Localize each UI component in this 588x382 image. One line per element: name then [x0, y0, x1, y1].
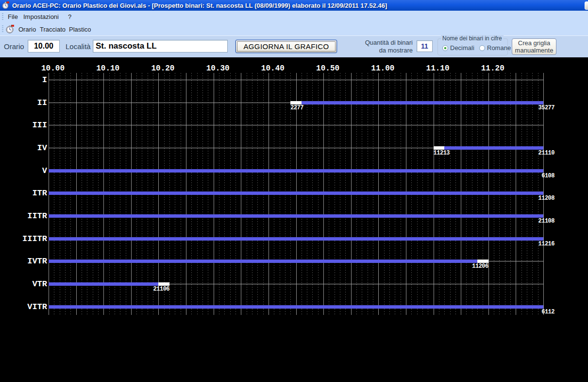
window-control-button-fragment[interactable]: [585, 1, 588, 10]
train-run-segment: [444, 146, 543, 150]
track-label: IV: [0, 144, 47, 152]
track-label: V: [0, 167, 47, 175]
crea-button-line1: Crea griglia: [512, 39, 556, 47]
orario-label: Orario: [4, 42, 24, 51]
train-stop-segment: [434, 146, 445, 150]
train-number-label: 11216: [538, 241, 554, 247]
localita-label: Località: [66, 42, 91, 51]
track-label: IIITR: [0, 235, 47, 243]
orario-input[interactable]: [28, 40, 60, 52]
time-tick-label: 11.10: [426, 64, 450, 73]
track-label: ITR: [0, 189, 47, 197]
window-title: Orario ACEI-PC: Orario Plastico dei Giov…: [12, 2, 387, 9]
track-label: IITR: [0, 212, 47, 220]
train-number-label: 11208: [538, 195, 554, 202]
train-run-segment: [49, 282, 158, 286]
radio-decimali[interactable]: Decimali: [442, 44, 474, 52]
train-stop-segment: [290, 101, 302, 104]
time-tick-label: 11.20: [481, 64, 504, 73]
crea-griglia-button[interactable]: Crea griglia manualmente: [512, 38, 556, 55]
track-occupation-chart: 10.0010.1010.2010.3010.4010.5011.0011.10…: [0, 57, 588, 382]
track-grid-line: [49, 125, 543, 125]
train-run-segment: [49, 260, 477, 263]
aggiorna-grafico-button[interactable]: AGGIORNA IL GRAFICO: [235, 40, 337, 53]
quantita-label-line2: da mostrare: [357, 47, 413, 54]
quantita-label-line1: Quantità di binari: [357, 39, 413, 47]
train-run-segment: [49, 169, 543, 173]
quantita-binari-input[interactable]: [417, 40, 433, 52]
menu-file[interactable]: File: [5, 11, 21, 23]
train-number-label: 21108: [538, 218, 554, 225]
tool-bar: Orario Tracciato Plastico: [0, 23, 588, 36]
train-run-segment: [302, 101, 543, 104]
title-bar: Orario ACEI-PC: Orario Plastico dei Giov…: [0, 0, 588, 11]
track-label: III: [0, 121, 47, 129]
tool-plastico[interactable]: Plastico: [66, 23, 94, 35]
localita-input[interactable]: [93, 40, 228, 52]
train-number-label: 6112: [541, 309, 554, 315]
train-number-label: 11213: [434, 150, 450, 156]
train-number-label: 11206: [472, 263, 488, 270]
train-number-label: 6108: [541, 173, 554, 179]
quantita-binari-label: Quantità di binari da mostrare: [357, 39, 413, 54]
time-tick-label: 10.30: [206, 64, 230, 73]
app-window: Orario ACEI-PC: Orario Plastico dei Giov…: [0, 0, 588, 382]
time-tick-label: 10.40: [261, 64, 285, 73]
radio-decimali-circle[interactable]: [442, 45, 448, 51]
time-tick-label: 10.50: [316, 64, 339, 73]
train-number-label: 2277: [290, 104, 303, 111]
train-stop-segment: [477, 260, 488, 263]
train-run-segment: [49, 237, 543, 241]
radio-romane[interactable]: Romane: [479, 44, 511, 52]
train-stop-segment: [158, 282, 169, 286]
track-label: VITR: [0, 303, 47, 311]
tool-tracciato[interactable]: Tracciato: [37, 23, 68, 35]
menubar-grip[interactable]: [2, 13, 3, 20]
radio-decimali-label: Decimali: [450, 44, 474, 52]
track-label: I: [0, 76, 47, 84]
train-run-segment: [49, 191, 543, 195]
time-tick-label: 10.10: [96, 64, 119, 73]
track-label: IVTR: [0, 257, 47, 265]
radio-romane-label: Romane: [487, 44, 511, 52]
train-number-label: 21110: [538, 150, 554, 156]
train-run-segment: [49, 305, 543, 309]
crea-button-line2: manualmente: [512, 47, 556, 54]
track-label: II: [0, 99, 47, 107]
menu-bar: File Impostazioni ?: [0, 11, 588, 23]
radio-romane-circle[interactable]: [479, 45, 485, 51]
time-tick-label: 10.20: [151, 64, 174, 73]
track-label: VTR: [0, 280, 47, 288]
menu-help[interactable]: ?: [65, 11, 74, 23]
menu-impostazioni[interactable]: Impostazioni: [20, 11, 62, 23]
train-number-label: 21106: [153, 286, 170, 293]
time-tick-label: 10.00: [41, 64, 65, 73]
nome-binari-groupbox: Nome dei binari in cifre Decimali Romane: [437, 38, 508, 55]
tool-orario[interactable]: Orario: [16, 23, 39, 35]
stopwatch-icon: [2, 1, 10, 9]
train-number-label: 35277: [538, 104, 554, 111]
nome-binari-groupbox-label: Nome dei binari in cifre: [441, 35, 504, 42]
form-bar: Orario Località AGGIORNA IL GRAFICO Quan…: [0, 36, 588, 57]
time-tick-label: 11.00: [371, 64, 394, 73]
train-run-segment: [49, 214, 543, 218]
toolbar-grip[interactable]: [2, 25, 3, 33]
track-grid-line: [49, 80, 543, 80]
stopwatch-flag-icon[interactable]: [6, 25, 15, 34]
